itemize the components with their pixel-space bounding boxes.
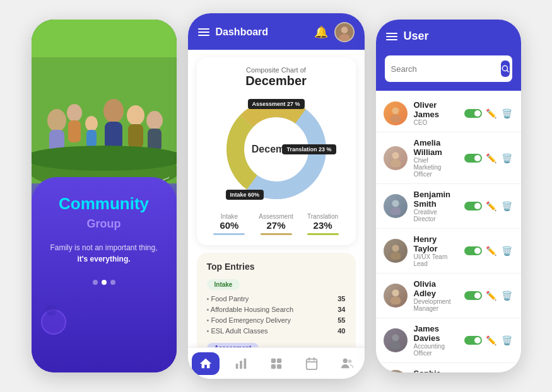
svg-rect-31 — [276, 364, 281, 368]
delete-benjamin[interactable]: 🗑️ — [500, 200, 514, 212]
edit-olivia[interactable]: ✏️ — [484, 289, 498, 302]
toggle-benjamin[interactable] — [464, 202, 482, 210]
user-item-henry[interactable]: Henry Taylor UI/UX Team Lead ✏️ 🗑️ — [376, 229, 521, 274]
bottom-nav — [188, 347, 365, 379]
user-avatar[interactable] — [334, 22, 355, 42]
user-info-oliver: Oliver James CEO — [414, 100, 458, 126]
user-actions-benjamin: ✏️ 🗑️ — [464, 200, 514, 212]
edit-amelia[interactable]: ✏️ — [484, 152, 498, 164]
entry-food-pantry: Food Pantry 35 — [207, 295, 346, 303]
user-menu-icon[interactable] — [386, 33, 397, 40]
svg-rect-7 — [68, 120, 81, 142]
nav-home[interactable] — [192, 352, 220, 375]
user-info-sophia: Sophia Ames Area Manager — [414, 369, 458, 372]
stats-row: Intake 60% Assessment 27% Translation 23… — [207, 208, 346, 235]
chart-card: Composite Chart of December December — [197, 57, 356, 245]
intake-badge: Intake — [207, 279, 240, 290]
svg-point-34 — [348, 359, 351, 363]
search-input-wrap — [385, 55, 512, 82]
chart-title: December — [207, 74, 346, 88]
delete-henry[interactable]: 🗑️ — [500, 245, 514, 257]
user-info-olivia: Olivia Adley Development Manager — [414, 279, 458, 312]
assessment-tooltip: Assessment 27 % — [247, 99, 304, 109]
svg-point-10 — [103, 99, 124, 123]
notification-icon[interactable]: 🔔 — [314, 25, 328, 39]
toggle-olivia[interactable] — [464, 291, 482, 300]
svg-point-33 — [343, 358, 347, 362]
user-item-sophia[interactable]: Sophia Ames Area Manager ✏️ 🗑️ — [376, 363, 521, 372]
toggle-amelia[interactable] — [464, 154, 482, 163]
entry-food-delivery: Food Emergency Delivery 55 — [207, 316, 346, 324]
user-item-amelia[interactable]: Amelia William Chief Marketing Officer ✏… — [376, 132, 521, 184]
user-info-benjamin: Benjamin Smith Creative Director — [414, 190, 458, 222]
carousel-dots — [93, 280, 115, 285]
user-actions-henry: ✏️ 🗑️ — [464, 245, 514, 257]
stat-intake: Intake 60% — [213, 213, 245, 235]
dot-2[interactable] — [102, 280, 107, 285]
svg-point-43 — [390, 251, 401, 260]
delete-oliver[interactable]: 🗑️ — [500, 107, 514, 120]
user-title: User — [404, 30, 429, 43]
svg-point-18 — [341, 26, 348, 33]
delete-amelia[interactable]: 🗑️ — [500, 152, 514, 164]
user-item-james[interactable]: James Davies Accounting Officer ✏️ 🗑️ — [376, 318, 521, 363]
nav-chart[interactable] — [227, 352, 255, 375]
svg-point-36 — [392, 107, 399, 114]
dot-3[interactable] — [110, 280, 115, 285]
avatar-oliver — [384, 101, 408, 125]
menu-icon[interactable] — [198, 28, 209, 36]
decoration-bubble2 — [45, 304, 57, 316]
delete-james[interactable]: 🗑️ — [500, 334, 514, 347]
user-info-henry: Henry Taylor UI/UX Team Lead — [414, 234, 458, 267]
stat-assessment-value: 27% — [259, 220, 293, 231]
svg-point-44 — [392, 289, 399, 296]
toggle-james[interactable] — [464, 336, 482, 345]
stat-translation-bar — [307, 233, 339, 235]
avatar-henry — [384, 239, 408, 263]
user-item-oliver[interactable]: Oliver James CEO ✏️ 🗑️ — [376, 95, 521, 132]
stat-intake-label: Intake — [213, 213, 245, 220]
dashboard-screen: Dashboard 🔔 Composite Chart of December — [188, 13, 365, 379]
avatar-benjamin — [384, 194, 408, 218]
svg-point-12 — [127, 105, 144, 125]
svg-point-47 — [390, 341, 401, 349]
nav-grid[interactable] — [262, 352, 290, 375]
delete-olivia[interactable]: 🗑️ — [500, 289, 514, 302]
intake-tooltip: Intake 60% — [226, 190, 264, 200]
search-button[interactable] — [501, 61, 510, 77]
nav-people[interactable] — [333, 352, 361, 375]
dot-1[interactable] — [93, 280, 98, 285]
user-item-olivia[interactable]: Olivia Adley Development Manager ✏️ 🗑️ — [376, 274, 521, 318]
brand-section: ~ Community Group Family is not an impor… — [32, 177, 177, 372]
user-item-benjamin[interactable]: Benjamin Smith Creative Director ✏️ 🗑️ — [376, 184, 521, 229]
svg-rect-9 — [86, 130, 97, 147]
edit-benjamin[interactable]: ✏️ — [484, 200, 498, 212]
svg-point-45 — [390, 296, 401, 304]
edit-james[interactable]: ✏️ — [484, 334, 498, 347]
user-actions-amelia: ✏️ 🗑️ — [464, 152, 514, 164]
svg-rect-13 — [128, 124, 143, 148]
svg-point-37 — [390, 114, 401, 122]
entry-esl: ESL Adult Classes 40 — [207, 327, 346, 335]
svg-point-4 — [47, 109, 66, 132]
stat-intake-value: 60% — [213, 220, 245, 231]
avatar-james — [384, 328, 408, 352]
svg-point-8 — [85, 116, 98, 131]
search-input[interactable] — [391, 64, 497, 74]
user-actions-james: ✏️ 🗑️ — [464, 334, 514, 347]
avatar-olivia — [384, 284, 408, 308]
nav-calendar[interactable] — [298, 352, 326, 375]
edit-henry[interactable]: ✏️ — [484, 245, 498, 257]
svg-point-40 — [392, 200, 399, 207]
svg-rect-32 — [306, 359, 317, 369]
chart-subtitle: Composite Chart of — [207, 66, 346, 74]
svg-rect-25 — [235, 364, 238, 369]
toggle-henry[interactable] — [464, 246, 482, 255]
svg-point-16 — [32, 146, 177, 171]
search-bar — [376, 50, 521, 91]
user-list: Oliver James CEO ✏️ 🗑️ Amelia William Ch… — [376, 91, 521, 372]
toggle-oliver[interactable] — [464, 109, 482, 118]
edit-oliver[interactable]: ✏️ — [484, 107, 498, 120]
user-info-james: James Davies Accounting Officer — [414, 324, 458, 357]
user-screen: User Oliver James CEO ✏️ — [376, 20, 521, 372]
